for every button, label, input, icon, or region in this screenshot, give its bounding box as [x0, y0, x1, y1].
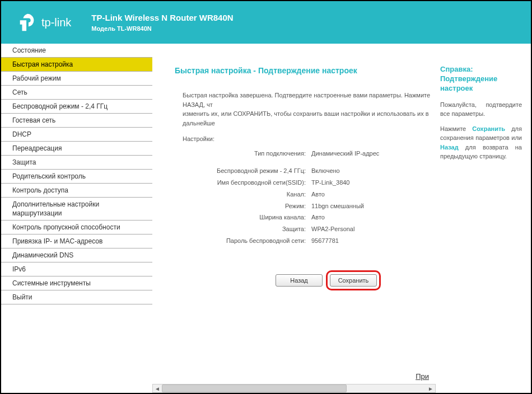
settings-row: Беспроводной режим - 2,4 ГГц:Включено: [183, 165, 436, 177]
footer-link[interactable]: При: [416, 372, 429, 381]
settings-label: Настройки:: [175, 135, 436, 142]
header: tp-link TP-Link Wireless N Router WR840N…: [1, 1, 531, 44]
settings-row: Защита:WPA2-Personal: [183, 223, 436, 235]
tp-link-logo-icon: [17, 12, 38, 33]
sidebar-item-15[interactable]: IPv6: [1, 262, 152, 276]
settings-key: Беспроводной режим - 2,4 ГГц:: [183, 165, 311, 177]
settings-value: 11bgn смешанный: [311, 200, 364, 212]
help-paragraph-2: Нажмите Сохранить для сохранения парамет…: [440, 124, 522, 161]
sidebar-item-17[interactable]: Выйти: [1, 290, 152, 304]
sidebar-item-10[interactable]: Контроль доступа: [1, 184, 152, 198]
settings-value: TP-Link_3840: [311, 177, 350, 189]
settings-key: Защита:: [183, 223, 311, 235]
help-title: Справка: Подтверждение настроек: [440, 65, 522, 93]
settings-row: Режим:11bgn смешанный: [183, 200, 436, 212]
sidebar-item-14[interactable]: Динамический DNS: [1, 248, 152, 262]
sidebar: СостояниеБыстрая настройкаРабочий режимС…: [1, 44, 152, 393]
save-button-highlight: Сохранить: [326, 270, 381, 290]
settings-key: Пароль беспроводной сети:: [183, 235, 311, 247]
main-content: Быстрая настройка - Подтверждение настро…: [152, 44, 436, 393]
settings-row: Пароль беспроводной сети:95677781: [183, 235, 436, 247]
settings-key: Имя беспроводной сети(SSID):: [183, 177, 311, 189]
settings-key: Тип подключения:: [183, 148, 311, 160]
product-model: Модель TL-WR840N: [91, 25, 233, 33]
brand-logo: tp-link: [17, 12, 71, 33]
sidebar-item-0[interactable]: Состояние: [1, 44, 152, 58]
product-title: TP-Link Wireless N Router WR840N: [91, 12, 233, 24]
intro-text: Быстрая настройка завершена. Подтвердите…: [175, 91, 436, 128]
help-panel: Справка: Подтверждение настроек Пожалуйс…: [436, 44, 531, 393]
scroll-track[interactable]: [162, 384, 426, 392]
settings-value: Авто: [311, 189, 325, 200]
sidebar-item-8[interactable]: Защита: [1, 156, 152, 170]
sidebar-item-13[interactable]: Привязка IP- и MAC-адресов: [1, 234, 152, 248]
brand-name: tp-link: [41, 16, 71, 29]
sidebar-item-6[interactable]: DHCP: [1, 128, 152, 142]
scroll-right-arrow[interactable]: ►: [426, 384, 435, 392]
sidebar-item-11[interactable]: Дополнительные настройки маршрутизации: [1, 198, 152, 221]
horizontal-scrollbar[interactable]: ◄ ►: [152, 384, 436, 393]
help-back-keyword: Назад: [440, 144, 459, 151]
settings-value: Динамический IP-адрес: [311, 148, 379, 160]
sidebar-item-9[interactable]: Родительский контроль: [1, 170, 152, 184]
back-button[interactable]: Назад: [276, 274, 323, 287]
sidebar-item-3[interactable]: Сеть: [1, 86, 152, 100]
settings-key: Канал:: [183, 189, 311, 200]
scroll-left-arrow[interactable]: ◄: [153, 384, 162, 392]
sidebar-item-16[interactable]: Системные инструменты: [1, 276, 152, 290]
settings-key: Режим:: [183, 200, 311, 212]
settings-row: Тип подключения:Динамический IP-адрес: [183, 148, 436, 160]
help-paragraph-1: Пожалуйста, подтвердите все параметры.: [440, 100, 522, 119]
sidebar-item-5[interactable]: Гостевая сеть: [1, 114, 152, 128]
settings-row: Имя беспроводной сети(SSID):TP-Link_3840: [183, 177, 436, 189]
settings-row: Ширина канала:Авто: [183, 212, 436, 223]
save-button[interactable]: Сохранить: [330, 274, 377, 287]
settings-row: Канал:Авто: [183, 189, 436, 200]
button-row: Назад Сохранить: [175, 270, 436, 290]
sidebar-item-4[interactable]: Беспроводной режим - 2,4 ГГц: [1, 100, 152, 114]
settings-value: WPA2-Personal: [311, 223, 354, 235]
header-title-box: TP-Link Wireless N Router WR840N Модель …: [91, 12, 233, 33]
sidebar-item-12[interactable]: Контроль пропускной способности: [1, 221, 152, 234]
page-title: Быстрая настройка - Подтверждение настро…: [175, 66, 436, 75]
settings-value: Включено: [311, 165, 340, 177]
sidebar-item-7[interactable]: Переадресация: [1, 142, 152, 156]
sidebar-item-2[interactable]: Рабочий режим: [1, 72, 152, 86]
settings-value: 95677781: [311, 235, 339, 247]
settings-table: Тип подключения:Динамический IP-адресБес…: [175, 148, 436, 247]
scroll-thumb[interactable]: [162, 384, 347, 392]
sidebar-item-1[interactable]: Быстрая настройка: [1, 58, 152, 72]
settings-key: Ширина канала:: [183, 212, 311, 223]
settings-value: Авто: [311, 212, 325, 223]
help-save-keyword: Сохранить: [472, 125, 505, 132]
